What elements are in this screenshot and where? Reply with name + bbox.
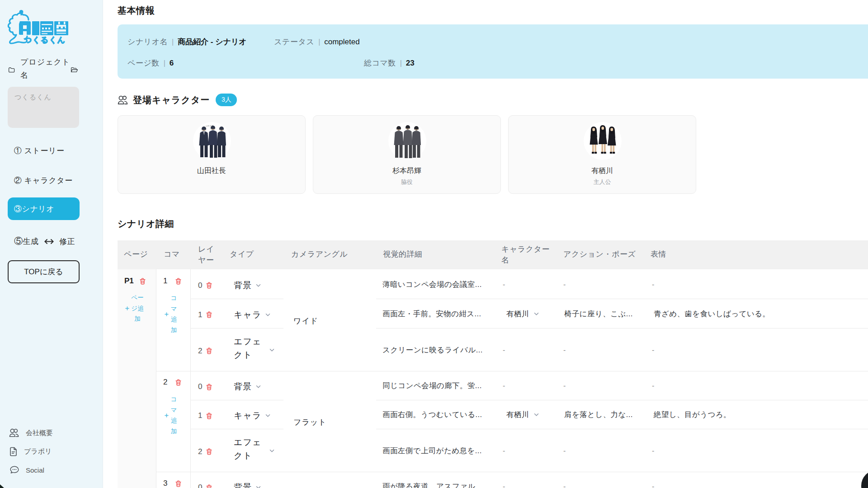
svg-text:つくるくん: つくるくん xyxy=(24,36,66,44)
